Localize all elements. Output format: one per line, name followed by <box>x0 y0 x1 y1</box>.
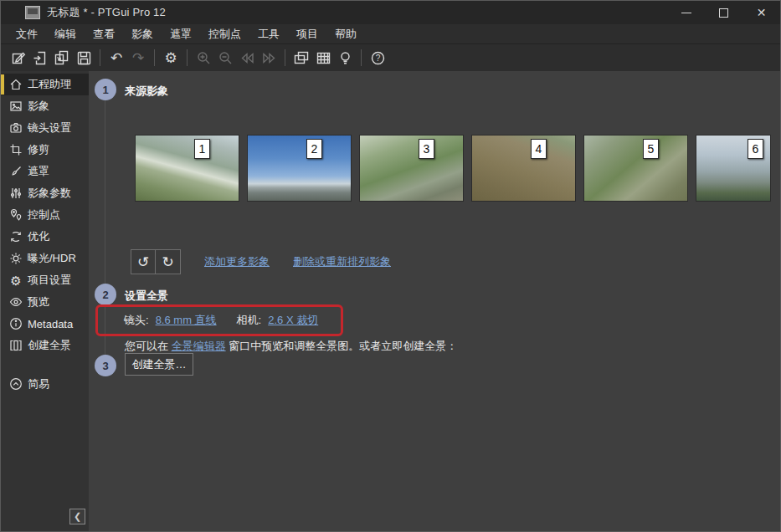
redo-icon: ↷ <box>127 47 149 69</box>
step-1-title: 来源影象 <box>125 84 168 99</box>
toolbar-separator <box>187 49 188 66</box>
sidebar-item-project-assistant[interactable]: 工程助理 <box>1 74 89 95</box>
menu-mask[interactable]: 遮罩 <box>162 24 200 44</box>
svg-text:?: ? <box>375 54 380 63</box>
camera-icon <box>9 121 23 135</box>
ptgui-window: 无标题 * - PTGui Pro 12 ✕ 文件 编辑 查看 影象 遮罩 控制… <box>0 0 781 532</box>
sidebar-item-lens-settings[interactable]: 镜头设置 <box>1 117 89 139</box>
sidebar: 工程助理 影象 镜头设置 修剪 遮罩 影象参数 <box>1 71 89 531</box>
eye-icon <box>9 295 23 309</box>
previous-image-icon <box>236 47 258 69</box>
home-icon <box>9 78 23 91</box>
source-image-thumbnail[interactable]: 5 <box>583 135 688 202</box>
source-image-thumbnail[interactable]: 4 <box>471 135 576 202</box>
delete-rearrange-images-link[interactable]: 删除或重新排列影象 <box>293 254 391 269</box>
gear-icon: ⚙ <box>9 274 23 287</box>
close-icon: ✕ <box>757 6 767 19</box>
rotate-ccw-icon: ↺ <box>137 253 149 271</box>
new-project-icon[interactable] <box>8 47 29 69</box>
refresh-icon <box>9 230 23 243</box>
open-project-icon[interactable] <box>29 47 51 69</box>
sidebar-item-crop[interactable]: 修剪 <box>1 139 89 161</box>
menu-control-points[interactable]: 控制点 <box>200 24 249 44</box>
sidebar-item-simple-mode[interactable]: 简易 <box>1 373 89 395</box>
image-number-badge: 3 <box>419 139 434 159</box>
control-point-table-icon[interactable] <box>312 47 334 69</box>
sidebar-item-create-panorama[interactable]: 创建全景 <box>1 335 89 356</box>
menu-tools[interactable]: 工具 <box>249 24 288 44</box>
panorama-editor-hint: 您可以在 全景编辑器 窗口中预览和调整全景图。或者立即创建全景： <box>125 339 457 354</box>
info-icon <box>9 317 23 330</box>
sidebar-item-metadata[interactable]: Metadata <box>1 313 89 335</box>
menu-file[interactable]: 文件 <box>8 24 46 44</box>
image-number-badge: 2 <box>306 139 322 159</box>
sun-icon <box>9 252 23 265</box>
toolbar-separator <box>361 49 362 66</box>
menu-view[interactable]: 查看 <box>85 24 123 44</box>
step-3-badge: 3 <box>95 355 116 376</box>
menu-help[interactable]: 帮助 <box>326 24 365 44</box>
panorama-editor-link[interactable]: 全景编辑器 <box>172 340 226 352</box>
sidebar-item-images[interactable]: 影象 <box>1 95 89 117</box>
toolbar-separator <box>154 49 155 66</box>
sidebar-collapse-button[interactable]: ❮ <box>69 509 85 524</box>
lens-label: 镜头: <box>124 313 149 328</box>
panorama-editor-icon[interactable] <box>290 47 312 69</box>
image-number-badge: 4 <box>531 139 547 159</box>
undo-icon[interactable]: ↶ <box>105 47 127 69</box>
chevron-up-circle-icon <box>9 377 23 391</box>
brush-icon <box>9 165 23 178</box>
menu-images[interactable]: 影象 <box>123 24 162 44</box>
zoom-out-icon <box>214 47 236 69</box>
add-more-images-link[interactable]: 添加更多影象 <box>204 254 270 269</box>
sidebar-item-optimize[interactable]: 优化 <box>1 226 89 248</box>
camera-label: 相机: <box>237 313 262 328</box>
crop-icon <box>9 143 23 156</box>
sidebar-item-preview[interactable]: 预览 <box>1 291 89 313</box>
rotate-cw-icon: ↻ <box>162 253 173 271</box>
sliders-icon <box>9 187 23 200</box>
image-icon <box>9 100 23 113</box>
save-icon[interactable] <box>73 47 95 69</box>
sidebar-item-project-settings[interactable]: ⚙ 项目设置 <box>1 269 89 291</box>
bulb-icon[interactable] <box>334 47 356 69</box>
minimize-icon <box>681 13 691 13</box>
step-1-badge: 1 <box>95 79 116 100</box>
sidebar-item-image-parameters[interactable]: 影象参数 <box>1 182 89 204</box>
minimize-button[interactable] <box>667 1 705 24</box>
toolbar-separator <box>100 49 100 66</box>
rotate-cw-button[interactable]: ↻ <box>156 249 181 274</box>
create-panorama-button[interactable]: 创建全景… <box>125 353 193 376</box>
chevron-left-icon: ❮ <box>74 511 81 522</box>
source-image-thumbnail[interactable]: 2 <box>247 135 352 202</box>
step-2-title: 设置全景 <box>125 289 168 304</box>
source-image-thumbnail[interactable]: 3 <box>359 135 464 202</box>
image-number-badge: 6 <box>748 139 763 159</box>
apply-template-icon[interactable] <box>51 47 73 69</box>
project-assistant-panel: 1 来源影象 1 2 3 4 5 6 ↺ ↻ 添加更多影象 删除或重新排列影象 <box>89 71 780 531</box>
zoom-in-icon <box>193 47 214 69</box>
menu-edit[interactable]: 编辑 <box>46 24 85 44</box>
lens-value-link[interactable]: 8.6 mm 直线 <box>156 313 217 328</box>
app-icon <box>25 6 40 19</box>
source-image-thumbnail[interactable]: 6 <box>696 135 771 202</box>
menu-project[interactable]: 项目 <box>288 24 326 44</box>
sidebar-item-exposure-hdr[interactable]: 曝光/HDR <box>1 248 89 269</box>
source-image-thumbnail[interactable]: 1 <box>135 135 239 202</box>
camera-value-link[interactable]: 2.6 X 裁切 <box>268 313 318 328</box>
menu-bar: 文件 编辑 查看 影象 遮罩 控制点 工具 项目 帮助 <box>1 24 780 44</box>
step-connector-line <box>105 90 105 366</box>
next-image-icon <box>258 47 280 69</box>
settings-gear-icon[interactable]: ⚙ <box>160 47 182 69</box>
rotate-button-group: ↺ ↻ <box>131 249 181 274</box>
maximize-button[interactable] <box>705 1 742 24</box>
maximize-icon <box>719 8 728 18</box>
sidebar-item-control-points[interactable]: 控制点 <box>1 204 89 226</box>
close-button[interactable]: ✕ <box>742 1 780 24</box>
rotate-ccw-button[interactable]: ↺ <box>131 249 156 274</box>
panorama-icon <box>9 339 23 352</box>
step-2-badge: 2 <box>95 284 116 305</box>
help-icon[interactable]: ? <box>367 47 388 69</box>
sidebar-item-mask[interactable]: 遮罩 <box>1 161 89 182</box>
image-number-badge: 5 <box>643 139 659 159</box>
